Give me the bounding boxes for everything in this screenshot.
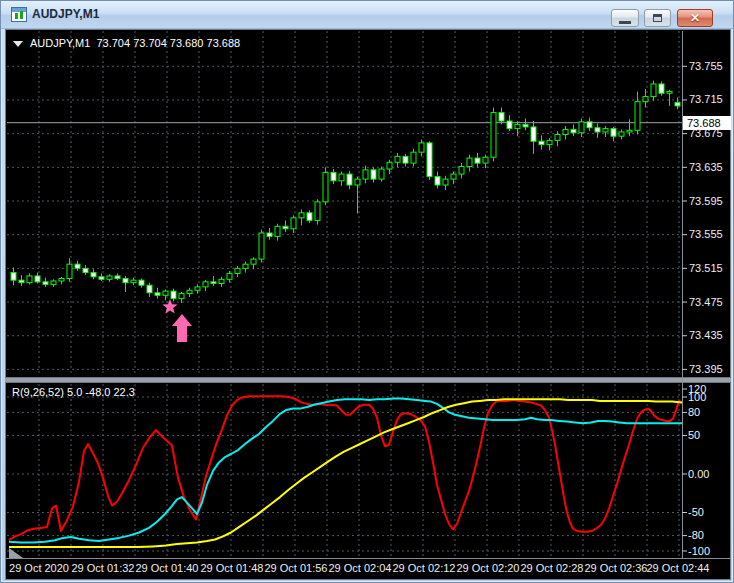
signal-up-arrow-icon <box>172 314 192 342</box>
maximize-button[interactable] <box>644 9 671 27</box>
mt4-chart-window: AUDJPY,M1 ✕ AUDJPY,M1 73.704 73.704 73.6… <box>0 0 734 583</box>
oscillator-line-mid-cyan <box>9 399 682 543</box>
chart-canvas[interactable] <box>5 29 731 580</box>
minimize-icon <box>619 21 631 24</box>
signal-star-icon <box>162 299 177 314</box>
close-button[interactable]: ✕ <box>677 9 713 27</box>
title-bar[interactable]: AUDJPY,M1 ✕ <box>1 1 733 29</box>
chart-window-icon <box>11 7 27 22</box>
maximize-icon <box>653 14 662 22</box>
chart-client-area[interactable] <box>5 29 731 580</box>
oscillator-line-fast-red <box>9 396 682 540</box>
minimize-button[interactable] <box>611 9 639 27</box>
close-icon: ✕ <box>690 12 700 24</box>
pane-resize-grip <box>9 548 23 558</box>
oscillator-line-slow-yellow <box>9 399 682 547</box>
window-title: AUDJPY,M1 <box>32 7 99 21</box>
